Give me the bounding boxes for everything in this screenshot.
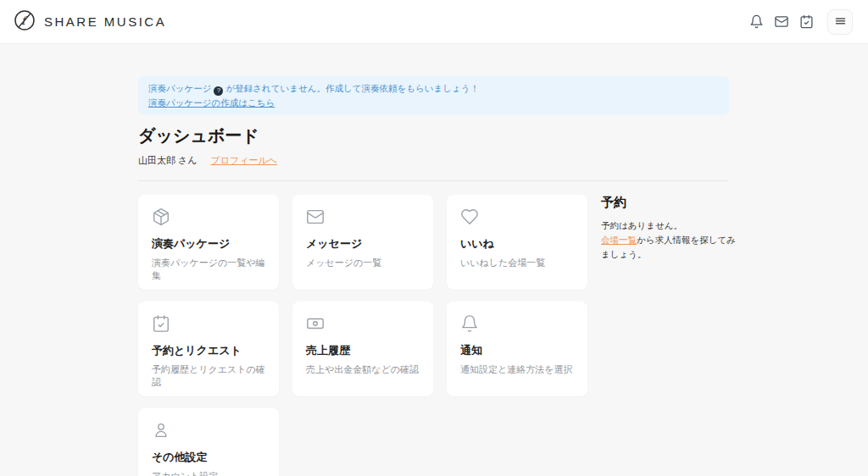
card-title: 予約とリクエスト xyxy=(152,344,265,358)
card-title: 演奏パッケージ xyxy=(152,237,265,252)
dashboard-cards: 演奏パッケージ 演奏パッケージの一覧や編集 メッセージ メッセージの一覧 xyxy=(138,195,587,476)
content: 演奏パッケージ 演奏パッケージの一覧や編集 メッセージ メッセージの一覧 xyxy=(138,195,746,476)
brand-text: SHARE MUSICA xyxy=(44,14,166,29)
user-name: 山田太郎 さん xyxy=(138,155,198,165)
calendar-check-icon[interactable] xyxy=(799,14,814,29)
card-title: メッセージ xyxy=(306,237,420,252)
user-icon xyxy=(152,421,265,440)
profile-link[interactable]: プロフィールへ xyxy=(211,155,278,165)
package-icon xyxy=(152,208,265,226)
reservations-hint: 会場一覧から求人情報を探してみましょう。 xyxy=(601,233,743,262)
card-messages[interactable]: メッセージ メッセージの一覧 xyxy=(292,195,433,290)
divider xyxy=(138,180,729,181)
card-subtitle: 売上や出金金額などの確認 xyxy=(306,363,420,375)
menu-button[interactable] xyxy=(827,9,853,35)
card-other-settings[interactable]: その他設定 アカウント設定 xyxy=(138,408,279,476)
info-banner: 演奏パッケージ?が登録されていません。作成して演奏依頼をもらいましょう！ 演奏パ… xyxy=(138,76,729,114)
banknote-icon xyxy=(306,314,420,333)
card-title: その他設定 xyxy=(152,451,265,465)
brand-logo-icon: f xyxy=(14,9,36,35)
create-package-link[interactable]: 演奏パッケージの作成はこちら xyxy=(148,97,275,108)
header: f SHARE MUSICA xyxy=(0,0,868,44)
card-title: 売上履歴 xyxy=(306,344,420,358)
card-notifications[interactable]: 通知 通知設定と連絡方法を選択 xyxy=(447,302,587,396)
card-title: 通知 xyxy=(460,344,574,358)
card-performance-packages[interactable]: 演奏パッケージ 演奏パッケージの一覧や編集 xyxy=(138,195,279,290)
user-row: 山田太郎 さんプロフィールへ xyxy=(138,154,746,167)
bell-icon[interactable] xyxy=(749,14,764,29)
banner-text-before: 演奏パッケージ xyxy=(148,83,211,93)
card-bookings-requests[interactable]: 予約とリクエスト 予約履歴とリクエストの確認 xyxy=(138,302,279,396)
header-actions xyxy=(749,9,853,35)
page-title: ダッシュボード xyxy=(138,125,746,146)
svg-text:f: f xyxy=(21,14,28,26)
bell-icon xyxy=(460,314,574,333)
card-title: いいね xyxy=(460,237,574,252)
reservations-empty-text: 予約はありません。 xyxy=(601,219,743,233)
reservations-heading: 予約 xyxy=(601,195,743,211)
card-likes[interactable]: いいね いいねした会場一覧 xyxy=(447,195,587,290)
card-subtitle: 通知設定と連絡方法を選択 xyxy=(460,363,574,375)
mail-icon xyxy=(306,208,420,226)
banner-text-after: が登録されていません。作成して演奏依頼をもらいましょう！ xyxy=(225,83,478,93)
heart-icon xyxy=(460,208,574,226)
venue-list-link[interactable]: 会場一覧 xyxy=(601,235,637,245)
card-sales-history[interactable]: 売上履歴 売上や出金金額などの確認 xyxy=(292,302,433,396)
mail-icon[interactable] xyxy=(774,14,789,29)
dashboard-page: 演奏パッケージ?が登録されていません。作成して演奏依頼をもらいましょう！ 演奏パ… xyxy=(0,44,746,476)
brand-home-link[interactable]: f SHARE MUSICA xyxy=(14,9,166,35)
banner-message: 演奏パッケージ?が登録されていません。作成して演奏依頼をもらいましょう！ xyxy=(148,81,719,96)
card-subtitle: 予約履歴とリクエストの確認 xyxy=(152,363,265,388)
card-subtitle: アカウント設定 xyxy=(152,470,265,476)
card-subtitle: いいねした会場一覧 xyxy=(460,257,574,268)
card-subtitle: 演奏パッケージの一覧や編集 xyxy=(152,257,265,281)
calendar-check-icon xyxy=(152,314,265,333)
card-subtitle: メッセージの一覧 xyxy=(306,257,420,268)
menu-icon xyxy=(834,14,847,30)
help-icon[interactable]: ? xyxy=(214,86,223,96)
reservations-section: 予約 予約はありません。 会場一覧から求人情報を探してみましょう。 xyxy=(601,195,743,476)
